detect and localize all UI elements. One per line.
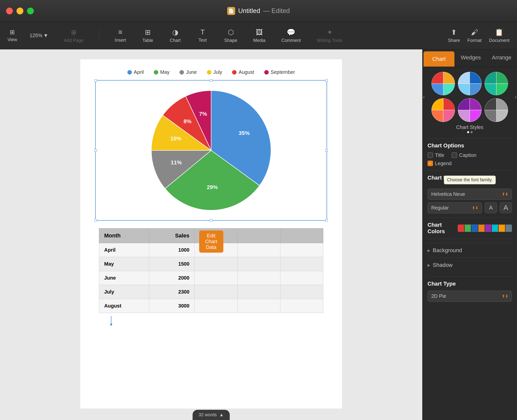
styles-next-arrow[interactable]: › — [515, 94, 517, 100]
panel-tabs: Chart Wedges Arrange — [423, 49, 517, 67]
divider-2 — [428, 170, 512, 171]
toolbar-right: ⬆ Share 🖌 Format 📋 Document — [448, 28, 510, 43]
selection-handle-tl[interactable] — [94, 79, 97, 82]
document-title: Untitled — [238, 7, 260, 15]
empty-cell-3 — [280, 285, 323, 299]
table-row: August 3000 — [99, 299, 323, 313]
chart-button[interactable]: ◑ Chart — [167, 26, 184, 45]
toolbar-separator-1 — [99, 29, 99, 42]
legend-checkbox[interactable] — [428, 161, 433, 166]
document-settings-icon: 📋 — [495, 28, 504, 36]
sales-cell: 1500 — [149, 257, 194, 271]
comment-button[interactable]: 💬 Comment — [278, 26, 304, 45]
canvas-area[interactable]: April May June July August September — [0, 49, 422, 420]
col-month-header: Month — [99, 228, 149, 243]
selection-handle-tr[interactable] — [325, 79, 328, 82]
selection-handle-mr[interactable] — [325, 149, 328, 152]
empty-cell-1 — [194, 299, 237, 313]
chart-container[interactable]: 35%29%11%10%8%7% — [95, 80, 327, 221]
selection-handle-bl[interactable] — [94, 219, 97, 221]
format-button[interactable]: 🖌 Format — [467, 28, 482, 43]
legend-item: May — [154, 69, 170, 75]
tab-wedges[interactable]: Wedges — [455, 49, 486, 67]
writing-tools-button[interactable]: ✦ Writing Tools — [314, 26, 345, 45]
empty-cell-1 — [194, 257, 237, 271]
document-button[interactable]: 📋 Document — [489, 28, 510, 43]
caption-checkbox[interactable] — [452, 152, 457, 158]
month-cell: May — [99, 257, 149, 271]
chart-icon: ◑ — [172, 28, 178, 36]
view-button[interactable]: ⊞ View — [7, 29, 17, 42]
legend-item-label: June — [186, 69, 197, 75]
chart-style-2[interactable] — [458, 72, 481, 95]
font-tooltip: Choose the font family. — [444, 176, 496, 184]
pie-label: 8% — [183, 118, 191, 124]
color-swatch[interactable] — [471, 225, 478, 232]
pie-label: 29% — [207, 184, 218, 190]
add-page-button[interactable]: ⊕ Add Page — [61, 26, 86, 45]
legend-dot — [207, 70, 211, 75]
tab-chart[interactable]: Chart — [424, 51, 454, 67]
legend-dot — [154, 70, 158, 75]
color-palette[interactable] — [458, 224, 512, 232]
font-style-select[interactable]: Regular ⬆⬇ — [428, 202, 482, 213]
chart-style-3[interactable] — [485, 72, 508, 95]
font-size-small-btn[interactable]: A — [485, 202, 497, 213]
divider-1 — [428, 138, 512, 138]
close-button[interactable] — [6, 7, 13, 14]
cursor-marker — [110, 323, 112, 325]
text-button[interactable]: T Text — [194, 26, 211, 45]
font-family-select[interactable]: Helvetica Neue ⬆⬇ — [428, 189, 512, 200]
data-table: Month Sales Edit Chart Data April — [99, 228, 323, 313]
chart-style-5[interactable] — [458, 98, 481, 122]
chart-style-4[interactable] — [431, 98, 455, 122]
panel-body: ‹ › Chart Styles Chart Options Title Cap… — [423, 67, 517, 420]
font-size-large-btn[interactable]: A — [500, 202, 512, 213]
pie-chart-wrapper: 35%29%11%10%8%7% — [101, 86, 322, 215]
insert-button[interactable]: ≡ Insert — [112, 26, 129, 45]
share-icon: ⬆ — [451, 28, 457, 36]
shape-button[interactable]: ⬡ Shape — [221, 26, 240, 45]
text-icon: T — [200, 28, 205, 36]
color-swatch[interactable] — [478, 225, 485, 232]
style-dot-1[interactable] — [467, 131, 469, 133]
legend-dot — [232, 70, 237, 75]
shadow-expand-header[interactable]: ▶ Shadow — [428, 262, 512, 268]
media-button[interactable]: 🖼 Media — [250, 26, 268, 45]
title-checkbox[interactable] — [428, 152, 433, 158]
chart-style-1[interactable] — [431, 72, 455, 95]
selection-handle-bc[interactable] — [210, 219, 212, 221]
color-swatch[interactable] — [492, 225, 498, 232]
legend-dot — [127, 70, 132, 75]
edit-chart-data-button[interactable]: Edit Chart Data — [199, 230, 223, 253]
color-swatch[interactable] — [506, 225, 512, 232]
chart-type-select[interactable]: 2D Pie ⬆⬇ — [428, 291, 512, 302]
selection-handle-ml[interactable] — [94, 149, 97, 152]
table-button[interactable]: ⊞ Table — [139, 26, 157, 45]
main-layout: April May June July August September — [0, 49, 517, 420]
chart-style-6[interactable] — [485, 98, 508, 122]
background-expand-header[interactable]: ▶ Background — [428, 247, 512, 254]
selection-handle-br[interactable] — [325, 219, 328, 221]
color-swatch[interactable] — [458, 225, 464, 232]
color-swatch[interactable] — [485, 225, 491, 232]
color-swatch[interactable] — [499, 225, 505, 232]
col-sales-header: Sales Edit Chart Data — [149, 228, 194, 243]
legend-item: July — [207, 69, 222, 75]
pie-label: 7% — [199, 111, 207, 117]
color-swatch[interactable] — [465, 225, 471, 232]
style-dot-2[interactable] — [471, 131, 473, 133]
empty-cell-2 — [237, 257, 280, 271]
minimize-button[interactable] — [16, 7, 23, 14]
fullscreen-button[interactable] — [27, 7, 34, 14]
tab-arrange[interactable]: Arrange — [486, 49, 517, 67]
format-icon: 🖌 — [471, 28, 478, 36]
zoom-control[interactable]: 125% ▼ — [27, 31, 51, 40]
pie-chart-svg: 35%29%11%10%8%7% — [149, 88, 273, 213]
share-button[interactable]: ⬆ Share — [448, 28, 460, 43]
legend-item: August — [232, 69, 254, 75]
title-center: 📄 Untitled — Edited — [227, 7, 290, 15]
chart-options-row-2: Legend — [428, 161, 512, 166]
styles-prev-arrow[interactable]: ‹ — [423, 94, 425, 100]
selection-handle-tc[interactable] — [210, 79, 212, 82]
